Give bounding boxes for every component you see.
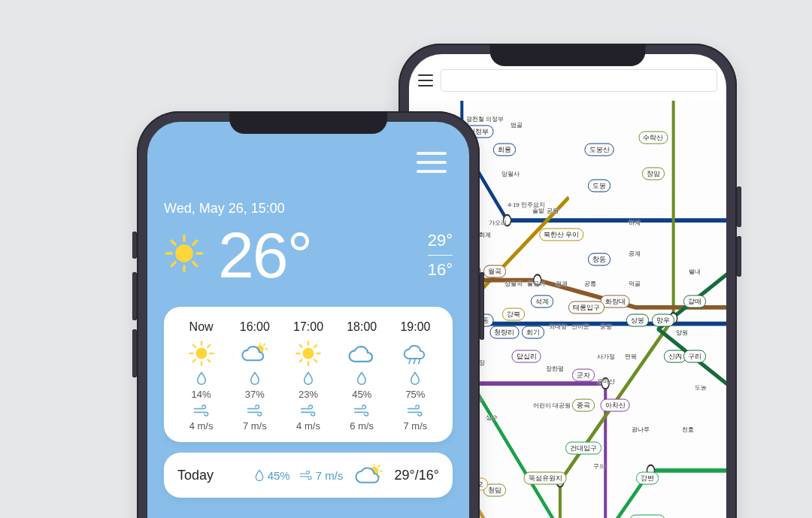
drop-icon [302,371,314,387]
hourly-time: 17:00 [293,320,323,334]
station-label[interactable]: 망우 [652,314,674,326]
station-minor-label: 돌곶이 [527,280,545,288]
phone-screen: Wed, May 26, 15:00 [147,122,469,518]
wind-icon [353,404,370,419]
station-minor-label: 경전철 의정부 [466,115,504,123]
daily-forecast-card: Today 45% 7 m/s [164,453,453,498]
svg-line-41 [410,360,411,364]
station-label[interactable]: 강북 [502,307,525,320]
station-label[interactable]: 아차산 [601,399,630,412]
weather-icon [240,340,270,367]
station-minor-label: 별내 [689,267,701,275]
weather-current-row: 26° 29° 16° [164,223,453,287]
station-minor-label: 망월사 [501,170,520,178]
station-minor-label: 공릉 [584,280,596,288]
station-minor-label: 가오리 [489,219,507,227]
svg-line-23 [192,345,195,347]
phone-side-button [737,236,741,277]
svg-line-15 [193,262,197,266]
station-label[interactable]: 북한산 우이 [539,229,584,241]
hourly-time: 16:00 [240,320,270,334]
daily-high-low: 29°/16° [395,468,439,483]
station-minor-label: 먹골 [629,280,641,288]
wind-icon [247,404,263,419]
menu-icon[interactable] [418,74,433,86]
station-minor-label: 중계 [629,249,641,257]
station-label[interactable]: 월곡 [483,265,506,277]
station-minor-label: 중랑 [600,322,612,330]
phone-notch [490,44,646,66]
hourly-time: 18:00 [347,320,377,334]
station-label[interactable]: 답십리 [512,350,541,363]
svg-line-26 [192,359,195,362]
wind-icon [407,404,423,419]
hourly-column: 16:00 37% 7 m/s [228,320,281,432]
station-label[interactable]: 잠실나루 [629,514,665,518]
station-minor-label: 상월곡 [504,280,523,288]
map-search-input[interactable] [441,69,717,92]
drop-icon [249,371,261,387]
station-label[interactable]: 도봉산 [585,143,614,156]
station-minor-label: 양원 [676,328,688,336]
station-label[interactable]: 수락산 [638,131,668,144]
weather-icon [347,340,377,367]
phone-side-button [132,272,137,320]
station-minor-label: 천호 [682,426,694,434]
station-label[interactable]: 뚝섬유원지 [524,472,567,485]
station-label[interactable]: 군자 [572,368,595,381]
station-minor-label: 사가정 [597,353,615,361]
station-minor-label: 광나루 [632,426,650,434]
phone-side-button [132,329,137,377]
station-label[interactable]: 장암 [642,168,665,180]
phone-side-button [737,186,741,227]
svg-line-42 [414,360,416,364]
drop-icon [195,371,208,387]
hamburger-menu-icon[interactable] [417,152,447,173]
station-minor-label: 화계 [479,231,491,239]
hourly-wind: 4 m/s [296,404,320,432]
svg-point-40 [303,348,314,359]
weather-icon [188,340,215,367]
hourly-wind: 7 m/s [243,404,267,432]
hourly-column: 17:00 23% 4 m/s [281,320,335,432]
station-label[interactable]: 강변 [636,472,659,485]
weather-app: Wed, May 26, 15:00 [147,122,469,518]
svg-point-18 [175,244,193,262]
station-label[interactable]: 건대입구 [565,441,601,454]
station-minor-label: 성수 [486,413,498,422]
hourly-column: 19:00 75% 7 m/s [389,320,442,432]
station-minor-label: 어린이 대공원 [533,401,571,410]
phone-side-button [132,232,137,259]
phone-side-button [480,272,484,340]
hourly-wind: 7 m/s [404,404,428,432]
station-minor-label: 장한평 [546,365,564,373]
wind-icon [300,404,317,419]
high-temperature: 29° [428,231,453,250]
station-label[interactable]: 화랑대 [601,295,630,308]
station-label[interactable]: 창동 [588,253,611,265]
hourly-forecast-card: Now 14% 4 m/s 16:00 37% [164,307,453,442]
svg-line-36 [300,345,302,347]
station-minor-label: 하계 [629,219,641,227]
svg-line-38 [314,345,317,347]
hourly-time: Now [189,320,214,334]
station-label[interactable]: 석계 [531,295,553,308]
daily-label: Today [177,468,214,483]
station-label[interactable]: 상봉 [626,314,649,326]
station-minor-label: 용마산 [597,377,615,385]
station-label[interactable]: 갈매 [683,295,706,308]
svg-line-16 [193,241,197,244]
station-label[interactable]: 청량리 [489,326,519,338]
station-label[interactable]: 회룡 [493,143,516,156]
station-label[interactable]: 태릉입구 [568,301,604,314]
station-minor-label: 신이문 [571,322,589,330]
hourly-precip: 14% [192,371,211,400]
station-label[interactable]: 중곡 [572,399,595,412]
station-label[interactable]: 도봉 [588,180,611,192]
station-label[interactable]: 회기 [522,326,544,338]
hourly-wind: 6 m/s [350,404,374,432]
svg-line-43 [419,360,420,364]
svg-line-17 [171,262,175,266]
station-label[interactable]: 구리 [683,350,706,363]
svg-line-25 [208,345,210,347]
